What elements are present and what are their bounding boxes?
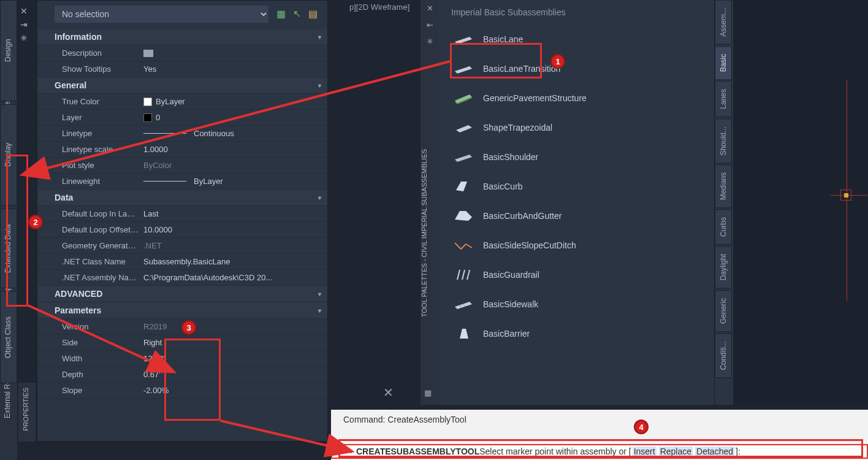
properties-sub-strip: PROPERTIES <box>18 383 36 442</box>
caret-icon: ▾ <box>318 34 321 40</box>
command-prompt-end: ]: <box>736 447 740 456</box>
row-width[interactable]: Width 12.00' <box>37 351 327 367</box>
palette-item-basicsidewalk[interactable]: BasicSidewalk <box>449 289 709 319</box>
palette-item-shapetrapezoidal[interactable]: ShapeTrapezoidal <box>449 113 709 142</box>
row-slope[interactable]: Slope -2.00% <box>37 383 327 399</box>
subassembly-icon <box>454 326 473 341</box>
row-net-assembly[interactable]: .NET Assembly Name C:\ProgramData\Autode… <box>37 270 327 286</box>
svg-line-10 <box>467 270 470 280</box>
palette-item-basicshoulder[interactable]: BasicShoulder <box>449 142 709 172</box>
layer-swatch-icon <box>143 113 152 122</box>
close-icon[interactable]: ✕ <box>379 385 397 404</box>
properties-sub-label[interactable]: PROPERTIES <box>18 383 33 436</box>
callout-badge-3: 3 <box>181 320 196 335</box>
subassembly-icon <box>454 120 473 135</box>
row-description[interactable]: Description <box>37 45 327 61</box>
command-line-area: Command: CreateAssemblyTool ▭ ▾ CREATESU… <box>331 410 868 460</box>
row-depth[interactable]: Depth 0.67' <box>37 367 327 383</box>
chevron-down-icon[interactable]: ▾ <box>349 448 352 455</box>
caret-icon: ▾ <box>318 82 321 89</box>
row-side[interactable]: Side Right <box>37 335 327 351</box>
callout-badge-4: 4 <box>634 420 649 434</box>
row-show-tooltips[interactable]: Show Tooltips Yes <box>37 61 327 77</box>
svg-line-9 <box>462 270 465 280</box>
caret-icon: ▾ <box>318 291 321 297</box>
crosshair-center <box>844 193 848 197</box>
command-option-detached[interactable]: Detached <box>695 447 734 456</box>
properties-icon[interactable]: ▦ <box>424 385 432 401</box>
command-name: CREATESUBASSEMBLYTOOL <box>356 447 479 456</box>
selection-row: No selection ▦ ↖ ▤ <box>37 1 327 29</box>
group-parameters-title: Parameters <box>55 305 101 315</box>
palette-item-genericpavement[interactable]: GenericPavementStructure <box>449 83 709 113</box>
tab-design[interactable]: Design <box>0 0 17 101</box>
subassembly-icon <box>454 61 473 76</box>
svg-marker-14 <box>460 329 468 339</box>
command-option-replace[interactable]: Replace <box>659 447 693 456</box>
palette-tab-strip: Assem... Basic Lanes Should... Medians C… <box>715 0 733 405</box>
pin-icon[interactable]: ⇤ <box>421 17 439 33</box>
svg-marker-5 <box>455 155 472 162</box>
command-option-insert[interactable]: Insert <box>633 447 657 456</box>
pick-add-icon[interactable]: ▤ <box>306 8 319 20</box>
row-default-loop-layout[interactable]: Default Loop In Layo... Last <box>37 206 327 222</box>
command-input[interactable]: ▭ ▾ CREATESUBASSEMBLYTOOL Select marker … <box>331 444 868 459</box>
palette-tab-assemblies[interactable]: Assem... <box>715 0 732 45</box>
tab-object-class[interactable]: Object Class <box>0 291 17 383</box>
select-objects-icon[interactable]: ↖ <box>291 8 303 20</box>
svg-marker-0 <box>455 37 472 44</box>
close-icon[interactable]: ✕ <box>421 0 439 17</box>
tab-extended-data[interactable]: Extended Data <box>0 209 17 288</box>
callout-badge-1: 1 <box>550 54 565 69</box>
palette-item-basiclanetransition[interactable]: BasicLaneTransition <box>449 54 709 83</box>
palette-list: BasicLane BasicLaneTransition GenericPav… <box>439 25 714 348</box>
group-general-header[interactable]: General ▾ <box>37 77 327 94</box>
group-advanced-header[interactable]: ADVANCED ▾ <box>37 286 327 302</box>
palette-item-basicguardrail[interactable]: BasicGuardrail <box>449 260 709 289</box>
row-lineweight[interactable]: Lineweight ByLayer <box>37 174 327 190</box>
quick-select-icon[interactable]: ▦ <box>275 8 287 20</box>
svg-marker-1 <box>455 66 472 74</box>
tab-display[interactable]: Display <box>0 104 17 205</box>
group-data-header[interactable]: Data ▾ <box>37 190 327 206</box>
palette-item-basiccurbgutter[interactable]: BasicCurbAndGutter <box>449 201 709 231</box>
palette-tab-daylight[interactable]: Daylight <box>715 246 732 288</box>
palette-tab-shoulders[interactable]: Should... <box>715 118 732 163</box>
palette-tab-conditional[interactable]: Conditi... <box>715 333 732 378</box>
close-icon[interactable]: ✕ <box>18 6 29 17</box>
subassembly-icon <box>454 91 473 105</box>
row-layer[interactable]: Layer 0 <box>37 110 327 126</box>
palette-tab-generic[interactable]: Generic <box>715 290 732 332</box>
palette-tab-lanes[interactable]: Lanes <box>715 81 732 117</box>
palette-item-basiclane[interactable]: BasicLane <box>449 25 709 54</box>
row-true-color[interactable]: True Color ByLayer <box>37 94 327 110</box>
svg-marker-6 <box>456 182 467 191</box>
gear-icon[interactable]: ✳ <box>421 33 439 50</box>
group-information-header[interactable]: Information ▾ <box>37 29 327 45</box>
palette-item-basicbarrier[interactable]: BasicBarrier <box>449 319 709 348</box>
viewport-title: p][2D Wireframe] <box>349 2 409 12</box>
row-linetype[interactable]: Linetype Continuous <box>37 126 327 142</box>
row-plot-style[interactable]: Plot style ByColor <box>37 158 327 174</box>
command-history: Command: CreateAssemblyTool <box>331 410 868 424</box>
palette-tab-medians[interactable]: Medians <box>715 164 732 208</box>
palette-tab-curbs[interactable]: Curbs <box>715 209 732 245</box>
group-parameters-header[interactable]: Parameters ▾ <box>37 302 327 319</box>
row-default-loop-offset[interactable]: Default Loop Offset I... 10.0000 <box>37 222 327 238</box>
row-linetype-scale[interactable]: Linetype scale 1.0000 <box>37 142 327 158</box>
palette-item-basicsideslope[interactable]: BasicSideSlopeCutDitch <box>449 231 709 260</box>
subassembly-icon <box>454 32 473 47</box>
color-swatch-icon <box>143 98 152 106</box>
pin-icon[interactable]: ⇥ <box>18 20 29 31</box>
svg-line-8 <box>457 270 460 280</box>
tool-palette-title-vertical: TOOL PALETTES - CIVIL IMPERIAL SUBASSEMB… <box>421 110 438 356</box>
row-geometry-generate[interactable]: Geometry Generate... .NET <box>37 238 327 254</box>
palette-item-basiccurb[interactable]: BasicCurb <box>449 172 709 201</box>
callout-badge-2: 2 <box>28 215 43 229</box>
command-prompt-text: Select marker point within assembly or [ <box>479 447 631 456</box>
drawing-canvas[interactable] <box>733 0 868 405</box>
gear-icon[interactable]: ✳ <box>18 33 29 44</box>
row-net-class[interactable]: .NET Class Name Subassembly.BasicLane <box>37 254 327 270</box>
palette-tab-basic[interactable]: Basic <box>715 46 732 80</box>
selection-dropdown[interactable]: No selection <box>55 6 268 23</box>
